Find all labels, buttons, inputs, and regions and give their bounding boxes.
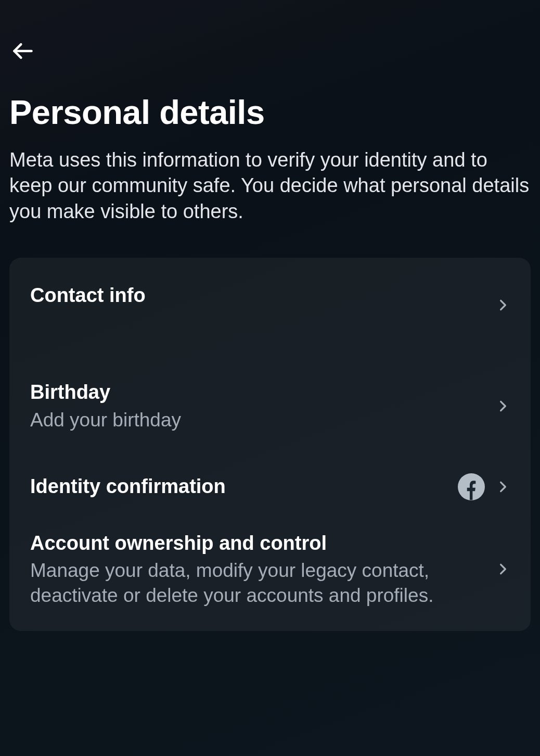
birthday-item[interactable]: Birthday Add your birthday [30, 380, 510, 473]
page-title: Personal details [9, 93, 531, 132]
item-title: Identity confirmation [30, 474, 447, 499]
item-text: Birthday Add your birthday [30, 380, 486, 432]
item-right [458, 473, 510, 500]
chevron-right-icon [496, 298, 510, 312]
chevron-right-icon [496, 480, 510, 494]
item-title: Account ownership and control [30, 531, 486, 556]
account-ownership-item[interactable]: Account ownership and control Manage you… [30, 531, 510, 609]
item-text: Contact info [30, 283, 486, 308]
arrow-left-icon [11, 40, 34, 65]
settings-card: Contact info Birthday Add your birthday [9, 258, 531, 631]
item-right [496, 298, 510, 312]
item-title: Contact info [30, 283, 486, 308]
item-subtitle: Add your birthday [30, 408, 486, 433]
back-button[interactable] [9, 36, 41, 68]
page-description: Meta uses this information to verify you… [9, 147, 531, 224]
chevron-right-icon [496, 399, 510, 413]
facebook-icon [458, 473, 485, 500]
item-text: Account ownership and control Manage you… [30, 531, 486, 609]
identity-confirmation-item[interactable]: Identity confirmation [30, 473, 510, 531]
item-right [496, 399, 510, 413]
item-right [496, 562, 510, 576]
chevron-right-icon [496, 562, 510, 576]
contact-info-item[interactable]: Contact info [30, 280, 510, 380]
item-subtitle: Manage your data, modify your legacy con… [30, 558, 486, 608]
settings-screen: Personal details Meta uses this informat… [0, 0, 540, 631]
item-title: Birthday [30, 380, 486, 405]
item-text: Identity confirmation [30, 474, 447, 499]
